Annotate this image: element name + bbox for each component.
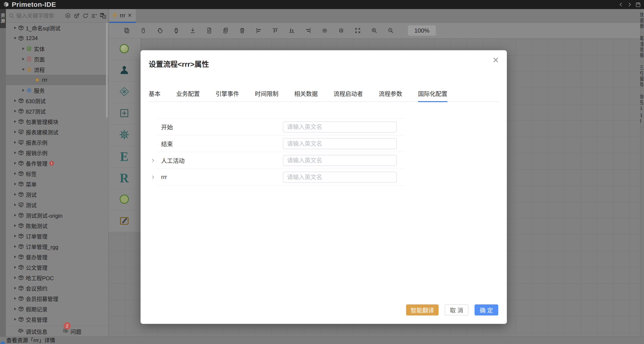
search-input[interactable] [16,13,64,19]
tree-item[interactable]: 假期记录 [6,304,108,314]
tab-close-icon[interactable]: ✕ [128,13,132,18]
arrow-right-icon[interactable] [13,110,18,112]
tree-item[interactable]: 630测试 [6,95,108,106]
fit-screen-icon[interactable] [354,27,361,34]
ok-button[interactable]: 确 定 [474,304,498,315]
english-name-input[interactable] [283,155,397,166]
debug-info-button[interactable]: 调试信息 [18,327,48,335]
arrow-right-icon[interactable] [13,266,18,269]
palette-item-person[interactable] [108,60,140,81]
tree-item[interactable]: 哈工程POC [6,272,108,283]
dialog-tab-active[interactable]: 国际化配置 [418,89,448,102]
trash-icon[interactable] [239,27,246,34]
palette-item-gateway[interactable] [108,81,140,103]
cube-plus-icon[interactable] [73,13,80,19]
arrow-right-icon[interactable] [13,224,18,227]
tree-item[interactable]: 会议预约 [6,283,108,293]
cancel-button[interactable]: 取 消 [445,304,468,315]
clone-icon[interactable] [124,27,130,34]
align-center-icon[interactable] [321,27,328,34]
dialog-tab[interactable]: 流程启动者 [334,89,363,102]
arrow-right-icon[interactable] [13,151,18,154]
tree-item[interactable]: 测试测试-origin [6,210,108,220]
arrow-right-icon[interactable] [13,287,18,289]
dock-tab-item[interactable]: 命名Sql [640,91,644,128]
palette-item-note[interactable] [108,211,140,232]
file-icon[interactable] [206,27,213,34]
english-name-input[interactable] [283,121,397,132]
dock-tab-item[interactable]: 离线资源 [640,33,644,62]
arrow-right-icon[interactable] [13,193,18,196]
arrow-right-icon[interactable] [21,47,26,50]
tree-item[interactable]: 订单管理 [6,231,108,241]
dock-tab-resources[interactable]: 资源 [0,9,6,28]
tree-item[interactable]: 会员招募管理 [6,293,108,304]
arrow-right-icon[interactable] [13,27,18,29]
tree-item[interactable]: 827测试 [6,106,108,116]
smart-translate-button[interactable]: 智能翻译 [406,304,438,315]
align-right-icon[interactable] [305,27,312,34]
dialog-tab[interactable]: 业务配置 [176,89,200,102]
tree-item[interactable]: 包裹管理模块 [6,116,108,127]
dialog-tab[interactable]: 引擎事件 [216,89,239,102]
zoom-in-icon[interactable] [371,27,378,34]
mouse-icon[interactable] [140,27,147,34]
tree-item[interactable]: 报表示例 [6,137,108,147]
distribute-vertical-icon[interactable] [338,27,344,34]
align-bottom-icon[interactable] [288,27,295,34]
arrow-right-icon[interactable] [13,245,18,248]
tree-item[interactable]: 报销示例 [6,147,108,158]
sidebar-scrollbar[interactable] [106,23,108,118]
tree-item[interactable]: 流程 [6,64,108,75]
dialog-close-icon[interactable]: ✕ [492,56,499,64]
tree-item[interactable]: 服务 [6,85,108,95]
arrow-right-icon[interactable] [13,214,18,217]
arrow-right-icon[interactable] [21,58,26,60]
dialog-tab[interactable]: 时间限制 [255,89,278,102]
ai-assist-icon[interactable]: AI [64,13,71,19]
sort-list-icon[interactable] [91,13,98,19]
tree-item[interactable]: 督办管理 [6,252,108,262]
tree-item[interactable]: 订单管理_rgg [6,241,108,252]
tree-item[interactable]: 1_命名sql测试 [6,23,108,33]
arrow-right-icon[interactable] [13,235,18,237]
tree-item[interactable]: 交易管理 [6,314,108,324]
tree-item[interactable]: 测试 [6,189,108,200]
download-icon[interactable] [189,27,196,34]
palette-item-end-circle[interactable] [108,189,140,211]
expand-chevron-icon[interactable] [150,158,156,163]
zoom-level-box[interactable]: 100% [408,25,436,36]
chevron-right-icon[interactable] [626,1,633,8]
palette-item-gear-node[interactable] [108,124,140,146]
tree-item[interactable]: 菜单 [6,179,108,189]
expand-chevron-icon[interactable] [150,175,156,180]
tree-item[interactable]: 实体 [6,44,108,54]
arrow-right-icon[interactable] [13,99,18,102]
arrow-right-icon[interactable] [13,172,18,175]
tree-item[interactable]: 标签 [6,168,108,179]
save-icon[interactable] [635,1,641,8]
arrow-right-icon[interactable] [13,183,18,185]
english-name-input[interactable] [283,138,397,149]
hand-icon[interactable] [156,27,163,34]
arrow-right-icon[interactable] [13,204,18,206]
chevron-left-icon[interactable] [618,1,624,8]
tree-item[interactable]: 页面 [6,54,108,64]
dialog-tab[interactable]: 相关数据 [294,89,318,102]
arrow-right-icon[interactable] [13,120,18,123]
tree-item[interactable]: 测试 [6,200,108,210]
arrow-right-icon[interactable] [13,162,18,164]
arrow-right-icon[interactable] [13,307,18,310]
palette-item-letter-R[interactable]: R [108,167,140,189]
arrow-down-icon[interactable] [21,69,26,71]
dialog-tab[interactable]: 流程参数 [379,89,402,102]
tree-item[interactable]: 备件管理! [6,158,108,168]
brush-icon[interactable] [173,27,180,34]
tree-item[interactable]: 陈勉测试 [6,220,108,231]
arrow-down-icon[interactable] [13,37,18,39]
arrow-right-icon[interactable] [13,256,18,258]
arrow-right-icon[interactable] [13,131,18,133]
arrow-right-icon[interactable] [13,297,18,300]
dialog-tab[interactable]: 基本 [149,89,160,102]
english-name-input[interactable] [283,171,397,183]
